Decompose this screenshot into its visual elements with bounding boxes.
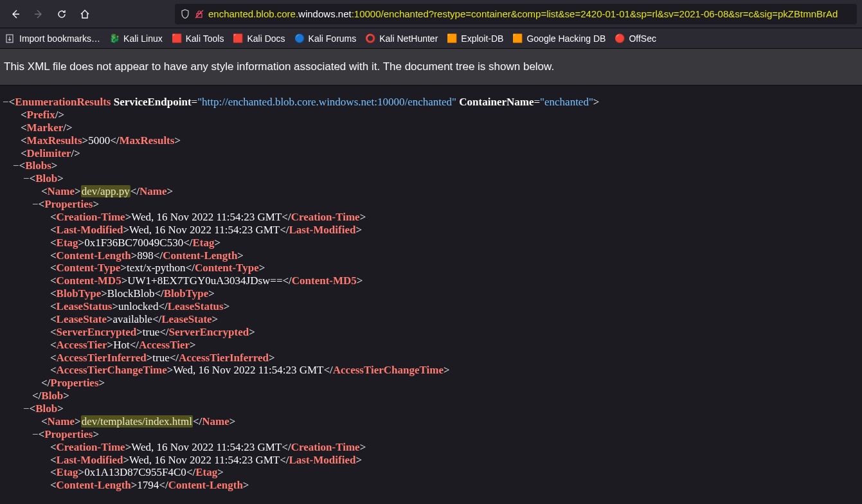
bookmark-kali-linux[interactable]: 🐉Kali Linux [109, 33, 163, 44]
browser-toolbar: enchanted.blob.core.windows.net:10000/en… [0, 0, 862, 28]
bookmark-ghdb[interactable]: 🟧Google Hacking DB [512, 33, 606, 44]
collapse-toggle[interactable]: − [3, 96, 9, 108]
blob-name: dev/templates/index.html [81, 415, 193, 428]
arrow-right-icon [33, 9, 44, 19]
import-icon [5, 33, 15, 44]
ghdb-icon: 🟧 [512, 33, 523, 44]
url-text: enchanted.blob.core.windows.net:10000/en… [208, 8, 838, 19]
reload-button[interactable] [51, 4, 72, 24]
kali-docs-icon: 🟥 [233, 33, 243, 44]
xml-tree: −<EnumerationResults ServiceEndpoint="ht… [0, 86, 862, 500]
url-bar[interactable]: enchanted.blob.core.windows.net:10000/en… [175, 4, 857, 24]
exploitdb-icon: 🟧 [447, 33, 457, 44]
import-bookmarks-label: Import bookmarks… [19, 33, 100, 44]
collapse-toggle[interactable]: − [23, 172, 30, 184]
arrow-left-icon [10, 9, 21, 19]
bookmark-exploit-db[interactable]: 🟧Exploit-DB [447, 33, 503, 44]
collapse-toggle[interactable]: − [32, 198, 39, 210]
forward-button[interactable] [28, 4, 49, 24]
bookmark-kali-docs[interactable]: 🟥Kali Docs [233, 33, 285, 44]
home-icon [80, 9, 90, 19]
import-bookmarks[interactable]: Import bookmarks… [5, 33, 100, 44]
collapse-toggle[interactable]: − [13, 159, 19, 172]
collapse-toggle[interactable]: − [32, 428, 39, 440]
shield-icon[interactable] [180, 9, 190, 19]
bookmark-offsec[interactable]: 🔴OffSec [615, 33, 656, 44]
bookmark-kali-tools[interactable]: 🟥Kali Tools [172, 33, 224, 44]
collapse-toggle[interactable]: − [23, 402, 30, 415]
nethunter-icon: ⭕ [365, 33, 375, 44]
bookmark-kali-forums[interactable]: 🔵Kali Forums [294, 33, 357, 44]
home-button[interactable] [75, 4, 95, 24]
back-button[interactable] [5, 4, 26, 24]
lock-insecure-icon[interactable] [194, 9, 204, 19]
reload-icon [57, 9, 67, 19]
kali-forums-icon: 🔵 [294, 33, 305, 44]
kali-tools-icon: 🟥 [172, 33, 182, 44]
xml-no-style-warning: This XML file does not appear to have an… [0, 49, 862, 86]
bookmarks-bar: Import bookmarks… 🐉Kali Linux 🟥Kali Tool… [0, 28, 862, 49]
bookmark-kali-nethunter[interactable]: ⭕Kali NetHunter [365, 33, 438, 44]
kali-icon: 🐉 [109, 33, 120, 44]
offsec-icon: 🔴 [615, 33, 625, 44]
blob-name: dev/app.py [81, 185, 130, 197]
